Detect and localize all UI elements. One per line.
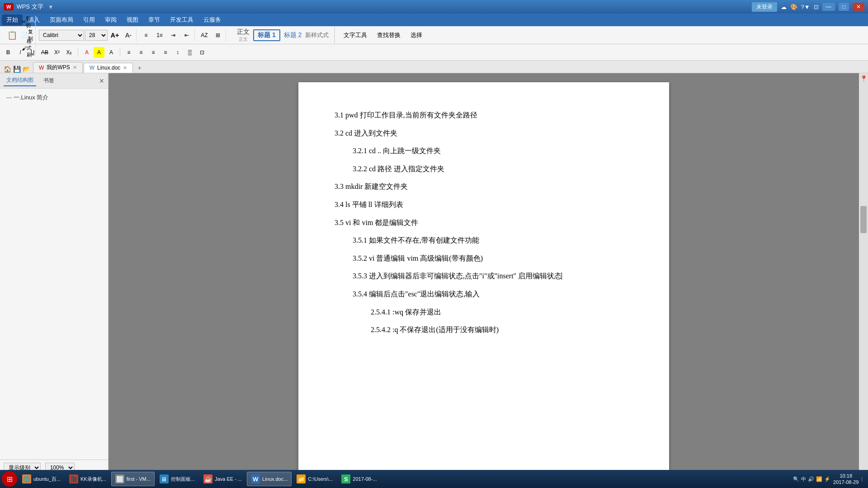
strikethrough-button[interactable]: AB	[39, 47, 50, 58]
doc-line-11: 3.5.4 编辑后点击"esc"退出编辑状态,输入	[335, 288, 633, 300]
open-icon[interactable]: 📂	[23, 66, 30, 73]
h2-style[interactable]: 标题 2	[284, 31, 302, 39]
superscript-button[interactable]: X²	[52, 47, 62, 58]
login-button[interactable]: 未登录	[752, 2, 777, 12]
taskbar-java[interactable]: ☕ Java EE - ...	[200, 472, 245, 486]
help-icon[interactable]: ?▼	[801, 4, 810, 10]
taskbar-2017[interactable]: S 2017-08-...	[338, 472, 380, 486]
normal-style[interactable]: 正文	[237, 28, 250, 36]
close-button[interactable]: ✕	[853, 3, 864, 11]
scrollbar-track[interactable]	[860, 90, 867, 475]
doc-line-7: 3.5 vi 和 vim 都是编辑文件	[335, 217, 633, 229]
minimize-button[interactable]: —	[822, 3, 835, 11]
font-selector[interactable]: Calibri	[39, 30, 84, 41]
h1-style[interactable]: 标题 1	[253, 29, 280, 41]
sort-group: AZ ⊞	[197, 29, 226, 42]
vm-label: first - VM...	[127, 476, 151, 482]
menu-devtools[interactable]: 开发工具	[165, 14, 198, 25]
tab-mywps[interactable]: W 我的WPS ✕	[33, 62, 83, 73]
cut-button[interactable]: ✂ 剪切	[21, 16, 34, 28]
panel-close-button[interactable]: ✕	[99, 77, 104, 84]
network-icon[interactable]: 📶	[816, 476, 822, 482]
document-page: 3.1 pwd 打印工作目录,当前所有文件夹全路径 3.2 cd 进入到文件夹 …	[298, 82, 669, 475]
subscript-button[interactable]: X₂	[64, 47, 75, 58]
show-desktop-button[interactable]: |	[861, 477, 863, 482]
location-icon[interactable]: 📍	[860, 75, 868, 82]
title-bar: W WPS 文字 ▼ 未登录 ☁ 🎨 ?▼ ⊡ — □ ✕	[0, 0, 868, 14]
volume-icon[interactable]: 🔊	[808, 476, 814, 482]
char-shading-button[interactable]: A	[106, 47, 117, 58]
font-grow-button[interactable]: A+	[108, 29, 121, 42]
doc-area[interactable]: 3.1 pwd 打印工作目录,当前所有文件夹全路径 3.2 cd 进入到文件夹 …	[108, 73, 859, 475]
taskbar-right: 🔍 中 🔊 📶 ⚡ 10:18 2017-08-29 |	[793, 473, 866, 486]
add-tab-button[interactable]: +	[134, 63, 145, 73]
indent-button[interactable]: ⇥	[167, 29, 179, 42]
shading-button[interactable]: ▒	[184, 47, 195, 58]
highlight-button[interactable]: A	[94, 47, 104, 58]
control-panel-label: 控制面板...	[171, 476, 195, 483]
outdent-button[interactable]: ⇤	[180, 29, 193, 42]
align-right-button[interactable]: ≡	[148, 47, 159, 58]
battery-icon: ⚡	[824, 476, 830, 482]
close-mywps-tab[interactable]: ✕	[73, 65, 77, 70]
doc-line-10: 3.5.3 进入到编辑器后非可编辑状态,点击"i"或"insert" 启用编辑状…	[335, 270, 633, 282]
align-left-button[interactable]: ≡	[123, 47, 134, 58]
font-shrink-button[interactable]: A-	[122, 29, 135, 42]
bold-button[interactable]: B	[3, 47, 14, 58]
outline-item-linux[interactable]: — 一.Linux 简介	[4, 92, 104, 103]
taskbar-explorer[interactable]: 📁 C:\Users\...	[293, 472, 336, 486]
taskbar-vm[interactable]: ⬜ first - VM...	[111, 472, 155, 486]
taskbar-kk[interactable]: 🎥 KK录像机...	[66, 472, 110, 486]
find-replace-button[interactable]: 查找替换	[374, 29, 404, 42]
tab-linux[interactable]: W Linux.doc ✕	[84, 63, 133, 73]
numbered-list-button[interactable]: 1≡	[153, 29, 166, 42]
font-color-button[interactable]: A	[81, 47, 92, 58]
window-icon[interactable]: ⊡	[814, 4, 819, 10]
taskbar-chrome[interactable]: 🌐 ubuntu_百...	[19, 472, 64, 486]
skin-icon[interactable]: 🎨	[790, 4, 797, 10]
new-style[interactable]: 新样式式	[305, 31, 329, 39]
cloud-icon[interactable]: ☁	[781, 4, 787, 10]
new-tab-icon[interactable]: 🏠	[4, 66, 11, 73]
menu-layout[interactable]: 页面布局	[45, 14, 78, 25]
bullet-list-button[interactable]: ≡	[140, 29, 152, 42]
ime-icon[interactable]: 中	[801, 476, 806, 483]
close-linux-tab[interactable]: ✕	[123, 65, 127, 71]
table-button[interactable]: ⊞	[212, 29, 224, 42]
wps-taskbar-label: Linux.doc...	[262, 476, 288, 482]
save-icon[interactable]: 💾	[13, 66, 21, 73]
panel-tab-structure[interactable]: 文档结构图	[4, 75, 36, 86]
align-center-button[interactable]: ≡	[136, 47, 146, 58]
doc-line-6: 3.4 ls 平铺 ll 详细列表	[335, 199, 633, 211]
kk-label: KK录像机...	[80, 476, 106, 483]
taskbar-wps[interactable]: W Linux.doc...	[247, 472, 292, 486]
menu-view[interactable]: 视图	[122, 14, 143, 25]
menu-bar: 开始 插入 页面布局 引用 审阅 视图 章节 开发工具 云服务	[0, 14, 868, 26]
justify-button[interactable]: ≡	[160, 47, 171, 58]
doc-line-3: 3.2.1 cd .. 向上跳一级文件夹	[335, 145, 633, 157]
start-button[interactable]: ⊞	[2, 471, 17, 487]
clock-date: 2017-08-29	[833, 479, 859, 485]
text-tool-button[interactable]: 文字工具	[340, 29, 370, 42]
paste-button[interactable]: 📋	[4, 27, 20, 43]
menu-reference[interactable]: 引用	[79, 14, 99, 25]
size-selector[interactable]: 28	[85, 30, 108, 41]
doc-line-5: 3.3 mkdir 新建空文件夹	[335, 181, 633, 192]
border-button[interactable]: ⊡	[197, 47, 208, 58]
search-tray-icon[interactable]: 🔍	[793, 476, 799, 482]
sort-button[interactable]: AZ	[198, 29, 211, 42]
italic-button[interactable]: I	[15, 47, 26, 58]
menu-cloud[interactable]: 云服务	[199, 14, 226, 25]
underline-button[interactable]: U	[27, 47, 38, 58]
panel-tab-bookmark[interactable]: 书签	[41, 75, 57, 86]
menu-review[interactable]: 审阅	[100, 14, 121, 25]
line-spacing-button[interactable]: ↕	[172, 47, 183, 58]
maximize-button[interactable]: □	[839, 3, 849, 11]
text-cursor	[561, 272, 562, 280]
toolbar-row2: B I U AB X² X₂ A A A ≡ ≡ ≡ ≡ ↕ ▒ ⊡	[0, 44, 868, 61]
scrollbar-thumb[interactable]	[860, 206, 867, 233]
menu-chapter[interactable]: 章节	[144, 14, 165, 25]
select-button[interactable]: 选择	[407, 29, 425, 42]
vm-icon: ⬜	[115, 474, 124, 483]
taskbar-control-panel[interactable]: 🖥 控制面板...	[156, 472, 198, 486]
